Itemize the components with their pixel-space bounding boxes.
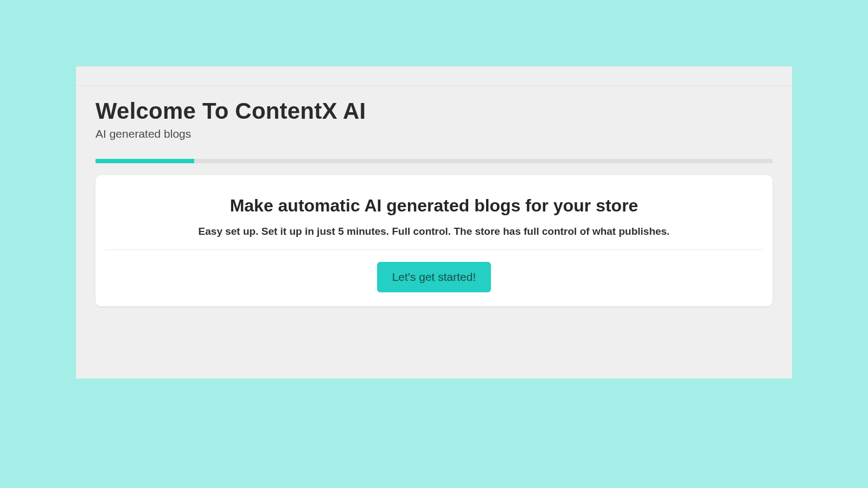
onboarding-panel: Welcome To ContentX AI AI generated blog… xyxy=(76,66,792,378)
card-actions: Let's get started! xyxy=(105,250,763,306)
onboarding-card: Make automatic AI generated blogs for yo… xyxy=(95,175,773,306)
progress-bar xyxy=(95,159,773,163)
page-subtitle: AI generated blogs xyxy=(95,127,773,140)
page-title: Welcome To ContentX AI xyxy=(95,98,773,124)
card-headline: Make automatic AI generated blogs for yo… xyxy=(111,196,757,216)
progress-fill xyxy=(95,159,194,163)
card-header: Make automatic AI generated blogs for yo… xyxy=(105,175,763,250)
panel-divider xyxy=(76,85,792,86)
get-started-button[interactable]: Let's get started! xyxy=(377,262,492,292)
page-header: Welcome To ContentX AI AI generated blog… xyxy=(76,67,792,140)
card-subheadline: Easy set up. Set it up in just 5 minutes… xyxy=(111,226,757,237)
